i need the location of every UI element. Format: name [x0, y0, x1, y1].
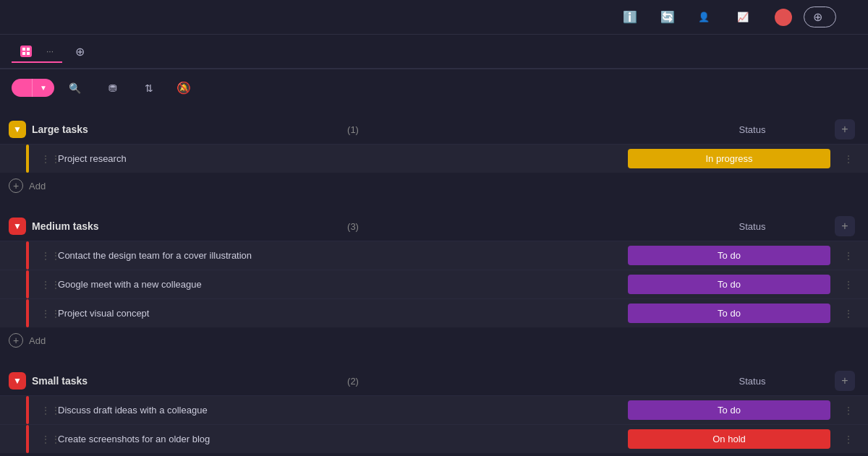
status-cell: On hold	[621, 425, 838, 453]
add-label: Add	[29, 181, 46, 192]
invite-button[interactable]: 👤	[692, 9, 720, 25]
sort-button[interactable]: ⇅	[136, 78, 166, 98]
drag-handle[interactable]: ⋮⋮	[9, 153, 41, 165]
table-row[interactable]: ⋮⋮ Create screenshots for an older blog …	[0, 424, 868, 453]
avatar	[775, 9, 792, 26]
group-header-large[interactable]: ▼ Large tasks (1) Status +	[0, 115, 868, 144]
group-count: (2)	[347, 376, 359, 387]
group-collapse-button[interactable]: ▼	[9, 372, 26, 390]
add-to-board-button[interactable]: ⊕	[804, 7, 836, 27]
hide-button[interactable]: 🔕	[172, 77, 195, 99]
group-add-col: +	[830, 371, 859, 391]
drag-handle[interactable]: ⋮⋮	[9, 405, 41, 416]
drag-handle[interactable]: ⋮⋮	[9, 434, 41, 445]
group-color-indicator	[26, 270, 29, 298]
svg-rect-1	[27, 48, 30, 51]
add-column-button[interactable]: +	[835, 216, 855, 236]
tab-more-dots[interactable]: ···	[46, 46, 54, 56]
table-row[interactable]: ⋮⋮ Project visual concept To do ⋮	[0, 298, 868, 327]
table-row[interactable]: ⋮⋮ Discuss draft ideas with a colleague …	[0, 395, 868, 424]
add-task-row[interactable]: + Add	[0, 173, 868, 199]
group-count: (1)	[347, 124, 359, 135]
top-bar-actions: ℹ️ 🔄 👤 📈 ⊕	[617, 7, 856, 27]
task-name: Google meet with a new colleague	[41, 272, 621, 297]
drag-handle[interactable]: ⋮⋮	[9, 308, 41, 319]
add-task-row[interactable]: + Add	[0, 327, 868, 353]
drag-handle[interactable]: ⋮⋮	[9, 279, 41, 291]
add-column-button[interactable]: +	[835, 371, 855, 391]
view-bar: ··· ⊕	[0, 35, 868, 69]
group-title: Small tasks	[32, 375, 341, 387]
row-more-options[interactable]: ⋮	[838, 405, 859, 416]
new-item-button[interactable]: ▼	[12, 79, 54, 97]
table-row[interactable]: ⋮⋮ Project research In progress ⋮	[0, 144, 868, 173]
svg-rect-3	[27, 52, 30, 55]
info-icon: ℹ️	[623, 10, 637, 24]
group-status-column-label: Status	[680, 124, 825, 135]
add-circle-icon: +	[9, 178, 23, 193]
status-cell: To do	[621, 241, 838, 270]
task-name: Contact the design team for a cover illu…	[41, 243, 621, 268]
status-cell: To do	[621, 299, 838, 327]
row-more-options[interactable]: ⋮	[838, 279, 859, 291]
add-task-row[interactable]: + Add	[0, 453, 868, 456]
add-circle-icon: +	[9, 333, 23, 348]
group-header-small[interactable]: ▼ Small tasks (2) Status +	[0, 366, 868, 395]
group-status-column-label: Status	[680, 221, 825, 232]
table-row[interactable]: ⋮⋮ Google meet with a new colleague To d…	[0, 270, 868, 298]
table-row[interactable]: ⋮⋮ Contact the design team for a cover i…	[0, 241, 868, 270]
search-icon: 🔍	[69, 82, 81, 94]
row-more-options[interactable]: ⋮	[838, 308, 859, 319]
info-button[interactable]: ℹ️	[617, 7, 643, 27]
status-cell: To do	[621, 270, 838, 298]
main-table-tab[interactable]: ···	[12, 41, 62, 63]
task-name: Project visual concept	[41, 301, 621, 326]
group-title: Large tasks	[32, 124, 341, 135]
main-content: ▼ Large tasks (1) Status + ⋮⋮ Project re…	[0, 106, 868, 456]
new-item-dropdown-arrow[interactable]: ▼	[32, 79, 54, 97]
last-seen-group	[770, 9, 792, 26]
status-badge[interactable]: In progress	[628, 149, 830, 168]
group-status-column-label: Status	[680, 376, 825, 387]
status-badge[interactable]: To do	[628, 400, 830, 420]
group-title: Medium tasks	[32, 220, 341, 232]
sync-icon: 🔄	[660, 10, 675, 24]
status-badge[interactable]: On hold	[628, 429, 830, 449]
add-label: Add	[29, 335, 46, 346]
status-cell: To do	[621, 396, 838, 424]
filter-icon: ⛃	[109, 82, 117, 94]
add-column-button[interactable]: +	[835, 119, 855, 139]
task-name: Create screenshots for an older blog	[41, 426, 621, 452]
section-spacer	[0, 199, 868, 206]
group-collapse-button[interactable]: ▼	[9, 121, 26, 138]
filter-button[interactable]: ⛃	[100, 78, 130, 98]
group-add-col: +	[830, 216, 859, 236]
svg-rect-0	[22, 48, 25, 51]
drag-handle[interactable]: ⋮⋮	[9, 250, 41, 262]
group-count: (3)	[347, 221, 359, 232]
svg-rect-2	[22, 52, 25, 55]
row-more-options[interactable]: ⋮	[838, 153, 859, 165]
group-small: ▼ Small tasks (2) Status + ⋮⋮ Discuss dr…	[0, 366, 868, 456]
status-badge[interactable]: To do	[628, 304, 830, 323]
group-collapse-button[interactable]: ▼	[9, 218, 26, 235]
row-more-options[interactable]: ⋮	[838, 434, 859, 445]
more-options-button[interactable]	[848, 16, 856, 19]
table-icon	[20, 46, 32, 57]
task-name: Discuss draft ideas with a colleague	[41, 397, 621, 423]
activity-button[interactable]: 📈	[731, 9, 759, 25]
add-view-plus-icon: ⊕	[75, 45, 85, 59]
add-view-button[interactable]: ⊕	[68, 42, 96, 61]
person-icon: 👤	[698, 12, 710, 22]
task-name: Project research	[41, 146, 621, 171]
status-badge[interactable]: To do	[628, 246, 830, 265]
row-more-options[interactable]: ⋮	[838, 250, 859, 262]
status-badge[interactable]: To do	[628, 275, 830, 294]
group-color-indicator	[26, 299, 29, 327]
sync-button[interactable]: 🔄	[655, 7, 681, 27]
hide-icon: 🔕	[176, 82, 191, 94]
group-header-medium[interactable]: ▼ Medium tasks (3) Status +	[0, 212, 868, 241]
top-bar: ℹ️ 🔄 👤 📈 ⊕	[0, 0, 868, 35]
status-cell: In progress	[621, 145, 838, 173]
search-button[interactable]: 🔍	[60, 78, 94, 98]
